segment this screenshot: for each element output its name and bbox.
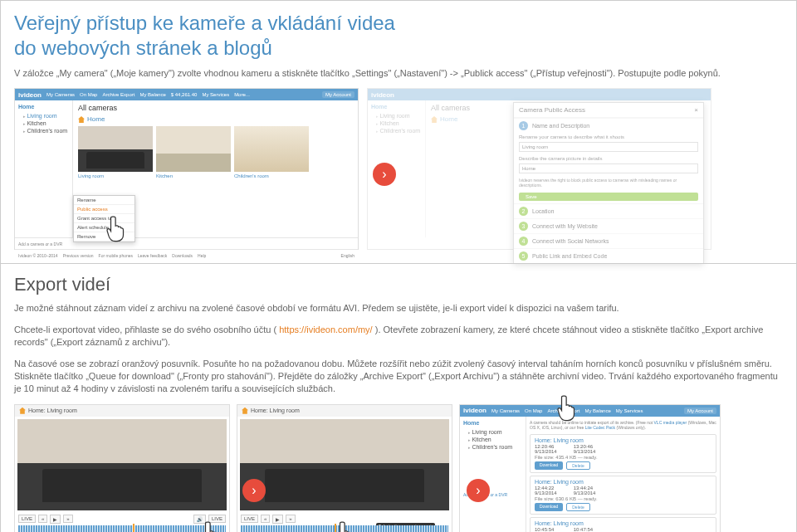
home-icon: [19, 408, 26, 414]
volume-icon[interactable]: 🔊: [193, 515, 206, 524]
step1-desc-label: Describe the camera picture in details: [519, 156, 698, 161]
ctx-public-access[interactable]: Public access: [74, 205, 134, 214]
heading-export: Export videí: [14, 274, 783, 295]
my-account-button[interactable]: My Account: [684, 408, 716, 414]
viewer-title: Home: Living room: [251, 408, 300, 413]
my-account-button[interactable]: My Account: [322, 91, 354, 98]
screenshot-viewer-range: Home: Living room LIVE « ▶ » Select a ti…: [237, 404, 452, 532]
screenshot-viewer: Home: Living room LIVE « ▶ » 🔊 LIVE < 13…: [14, 404, 230, 532]
app-logo: ivideon: [463, 407, 487, 414]
app-logo: ivideon: [18, 91, 42, 99]
delete-button[interactable]: Delete: [566, 461, 589, 470]
sidebar-item-living[interactable]: Living room: [18, 112, 69, 120]
nav-on-map[interactable]: On Map: [80, 92, 97, 97]
nav-my-cameras[interactable]: My Cameras: [491, 408, 520, 413]
sidebar-item-kitchen[interactable]: Kitchen: [463, 436, 522, 443]
camera-thumb-kitchen[interactable]: Kitchen: [156, 126, 231, 180]
record-name: Home: Living room: [535, 520, 711, 526]
nav-my-services[interactable]: My Services: [202, 92, 229, 97]
nav-my-cameras[interactable]: My Cameras: [46, 92, 75, 97]
footer-downloads[interactable]: Downloads: [172, 253, 193, 258]
sidebar-header[interactable]: Home: [18, 104, 69, 110]
sidebar-item-kids[interactable]: Children's room: [463, 443, 522, 451]
record-size: File size: 630.6 KB — ready.: [535, 496, 711, 501]
modal-step-2[interactable]: 2Location: [514, 203, 703, 218]
nav-my-services[interactable]: My Services: [616, 408, 643, 413]
download-button[interactable]: Download: [535, 503, 563, 511]
sidebar-item-living: Living room: [371, 112, 422, 120]
modal-title: Camera Public Access: [519, 106, 585, 114]
modal-step-3[interactable]: 3Connect with My Website: [514, 218, 703, 233]
account-link[interactable]: https://ivideon.com/my/: [279, 325, 373, 334]
camera-thumb-living[interactable]: Living room: [78, 126, 153, 180]
footer-add-camera[interactable]: Add a camera or a DVR: [18, 242, 62, 246]
modal-close-icon[interactable]: ×: [694, 106, 698, 114]
forward-button[interactable]: »: [63, 515, 72, 523]
viewer-image: [17, 419, 227, 510]
footer-mobile[interactable]: For mobile phones: [99, 253, 133, 258]
home-label[interactable]: Home: [78, 115, 105, 123]
play-button[interactable]: ▶: [50, 515, 61, 524]
sidebar-item-kitchen[interactable]: Kitchen: [18, 120, 69, 127]
thumb-caption-kids: Children's room: [234, 172, 309, 180]
ctx-alert-schedule[interactable]: Alert schedule: [74, 223, 134, 232]
timeline[interactable]: [241, 525, 448, 532]
footer-help[interactable]: Help: [198, 253, 206, 258]
heading-line2: do webových stránek a blogů: [14, 37, 272, 59]
timeline[interactable]: [18, 525, 226, 532]
ctx-rename[interactable]: Rename: [74, 196, 134, 205]
modal-step-1: 1Name and Description Rename your camera…: [514, 118, 703, 203]
thumb-caption-living: Living room: [78, 172, 153, 180]
sidebar-item-living[interactable]: Living room: [463, 428, 522, 436]
camera-thumb-kids[interactable]: Children's room: [234, 126, 309, 180]
modal-step-5[interactable]: 5Public Link and Embed Code: [514, 248, 703, 263]
vlc-link[interactable]: VLC media player: [654, 420, 687, 425]
live-button[interactable]: LIVE: [241, 515, 258, 523]
home-label-text: Home: [87, 115, 105, 123]
ctx-remove[interactable]: Remove: [74, 232, 134, 242]
rewind-button[interactable]: «: [38, 515, 47, 523]
screenshot-public-access-modal: ivideon Home Living room Kitchen Childre…: [367, 88, 711, 250]
footer-prev-version[interactable]: Previous version: [63, 253, 94, 258]
nav-my-balance[interactable]: My Balance: [584, 408, 610, 413]
rewind-button[interactable]: «: [261, 515, 270, 523]
save-button[interactable]: Save: [519, 193, 698, 201]
context-menu: Rename Public access Grant access to Ale…: [73, 195, 135, 242]
nav-more[interactable]: More...: [234, 92, 250, 97]
sidebar-item-kids[interactable]: Children's room: [18, 127, 69, 134]
forward-button[interactable]: »: [286, 515, 295, 523]
modal-step-4[interactable]: 4Connect with Social Networks: [514, 233, 703, 248]
step1-note: Ivideon reserves the right to block publ…: [519, 178, 698, 188]
home-icon: [242, 408, 248, 414]
footer-feedback[interactable]: Leave feedback: [138, 253, 167, 258]
screenshots-top: ivideon My Cameras On Map Archive Export…: [14, 88, 783, 250]
heading-line1: Veřejný přístup ke kameře a vkládání vid…: [14, 12, 395, 34]
public-access-modal: Camera Public Access × 1Name and Descrip…: [513, 102, 704, 264]
ctx-grant-access[interactable]: Grant access to: [74, 214, 134, 223]
nav-archive-export[interactable]: Archive Export: [547, 408, 579, 413]
screenshot-camera-grid: ivideon My Cameras On Map Archive Export…: [14, 88, 359, 250]
nav-archive-export[interactable]: Archive Export: [102, 92, 134, 97]
app-logo: ivideon: [371, 91, 394, 99]
section-public-access: Veřejný přístup ke kameře a vkládání vid…: [0, 0, 797, 263]
sidebar-header[interactable]: Home: [463, 420, 522, 426]
camera-name-input[interactable]: Living room: [519, 142, 698, 152]
screenshots-bottom: Home: Living room LIVE « ▶ » 🔊 LIVE < 13…: [14, 404, 783, 532]
intro-public-access: V záložce „My camera" („Moje kamery") zv…: [14, 67, 783, 80]
sidebar-item-kids: Children's room: [371, 127, 422, 134]
arrow-next-icon: ›: [467, 479, 490, 502]
main-panel: All cameras Home Living room Kitchen: [73, 100, 358, 237]
footer-language[interactable]: English: [341, 253, 354, 258]
nav-my-balance[interactable]: My Balance: [139, 92, 165, 97]
camera-desc-input[interactable]: Home: [519, 164, 698, 173]
live-button[interactable]: LIVE: [18, 515, 36, 523]
download-button[interactable]: Download: [535, 461, 563, 470]
export-p1: Je možné stáhnout záznam videí z archivu…: [14, 302, 783, 315]
codec-link[interactable]: Lite Codec Pack: [585, 425, 615, 430]
nav-on-map[interactable]: On Map: [525, 408, 542, 413]
delete-button[interactable]: Delete: [566, 503, 589, 511]
sidebar-item-kitchen: Kitchen: [371, 120, 422, 127]
play-button[interactable]: ▶: [272, 515, 283, 524]
sidebar-header: Home: [371, 104, 422, 110]
record-name: Home: Living room: [535, 479, 711, 485]
